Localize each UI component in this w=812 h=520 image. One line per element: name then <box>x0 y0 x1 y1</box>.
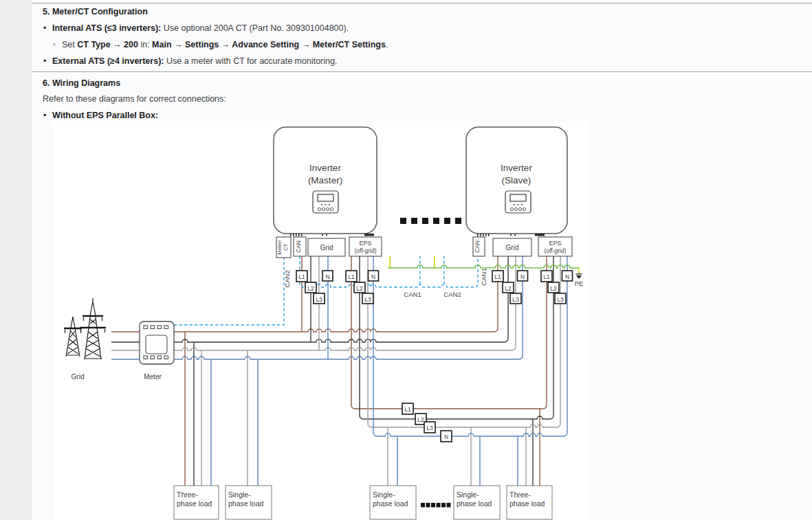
port-meter-ct-label2: CT <box>283 244 289 251</box>
wiring-diagram: PE CAN1 CAN2 CAN2 CAN1 Inverter (Master)… <box>54 122 589 520</box>
inverter-master-label-1: Inverter <box>309 163 341 173</box>
tag-l3: L3 <box>557 296 564 303</box>
tag-l2: L2 <box>417 416 424 423</box>
load-label: Single- <box>373 490 395 499</box>
tag-l1: L1 <box>404 406 411 413</box>
tag-l2: L2 <box>307 285 314 292</box>
tag-l3: L3 <box>364 296 371 303</box>
wiring-diagram-canvas: PE CAN1 CAN2 CAN2 CAN1 Inverter (Master)… <box>54 122 589 520</box>
section6-bullet-without-eps: Without EPS Parallel Box: <box>52 111 158 120</box>
load-boxes: Three- phase load Single- phase load Sin… <box>174 486 552 519</box>
load-label: Single- <box>457 490 479 499</box>
tag-l3: L3 <box>316 296 322 303</box>
tag-n: N <box>444 433 448 440</box>
tag-l1: L1 <box>348 273 355 280</box>
tag-l3: L3 <box>426 425 433 431</box>
load-label2: phase load <box>457 499 492 508</box>
can1-bus-label: CAN1 <box>404 291 421 298</box>
tag-n: N <box>565 273 569 280</box>
inverter-slave-label-1: Inverter <box>501 163 532 173</box>
port-can-label: CAN <box>295 240 302 253</box>
ports-slave: CAN Grid EPS (off-grid) <box>473 237 572 256</box>
load-label: Single- <box>228 490 251 499</box>
bullet-icon: • <box>43 23 46 33</box>
load-label2: phase load <box>228 499 264 508</box>
port-meter-ct-label: Meter/ <box>276 239 283 254</box>
meter-caption: Meter <box>144 373 162 381</box>
ground-symbol-icon <box>576 274 582 279</box>
tag-n: N <box>371 273 375 280</box>
wires-l3-gray <box>111 256 560 486</box>
port-can-label: CAN <box>474 240 481 253</box>
tag-l1: L1 <box>543 273 550 280</box>
tag-l2: L2 <box>356 285 363 292</box>
port-eps-label: EPS <box>359 240 371 247</box>
wires-l1-brown <box>111 256 547 486</box>
sub-bullet-icon: ◦ <box>53 40 56 48</box>
page-left-margin <box>0 0 32 520</box>
tag-l3: L3 <box>512 296 519 303</box>
wires-pe-green <box>388 265 579 268</box>
grid-tower-icon <box>64 298 106 359</box>
load-label2: phase load <box>509 499 545 508</box>
meter: Meter <box>140 321 174 381</box>
tag-l1: L1 <box>298 273 305 280</box>
section-divider <box>32 71 812 72</box>
section6-heading: 6. Wiring Diagrams <box>43 78 120 88</box>
tag-l2: L2 <box>505 285 512 292</box>
port-eps-label2: (off-grid) <box>545 247 567 254</box>
tag-l1: L1 <box>494 273 501 280</box>
inverter-slave: Inverter (Slave) <box>466 127 567 236</box>
phase-tags: L1 N L2 L3 L1 N L2 L3 L1 N L2 L3 L1 N L2… <box>296 271 573 442</box>
grid-caption: Grid <box>72 373 85 381</box>
section5-sub-bullet-ct-type: Set CT Type → 200 in: Main → Settings → … <box>62 40 388 49</box>
more-inverters-ellipsis <box>400 218 461 224</box>
tag-l2: L2 <box>550 285 557 292</box>
inverter-slave-label-2: (Slave) <box>502 175 531 185</box>
can2-rotated-label: CAN2 <box>283 270 291 287</box>
section6-intro: Refer to these diagrams for correct conn… <box>43 94 226 104</box>
section5-heading: 5. Meter/CT Configuration <box>43 7 148 16</box>
tag-n: N <box>520 273 525 280</box>
bullet-icon: • <box>43 111 46 120</box>
port-eps-label2: (off-grid) <box>355 247 377 254</box>
inverter-master-label-2: (Master) <box>308 175 342 185</box>
wires-n-blue <box>111 256 567 486</box>
wires-l2-black <box>111 256 553 486</box>
port-eps-label: EPS <box>549 240 561 247</box>
load-label: Three- <box>509 490 531 499</box>
port-grid-label: Grid <box>320 244 333 251</box>
can1-rotated-label: CAN1 <box>480 268 487 285</box>
wires-comm-can <box>174 256 478 325</box>
section5-bullet-external-ats: External ATS (≥4 inverters): Use a meter… <box>52 56 337 66</box>
pe-label: PE <box>575 280 584 287</box>
inverter-master: Inverter (Master) <box>274 127 377 236</box>
bullet-icon: • <box>43 56 46 66</box>
section5-bullet-internal-ats: Internal ATS (≤3 inverters): Use optiona… <box>52 23 349 33</box>
tag-n: N <box>325 273 329 280</box>
load-label: Three- <box>177 490 198 499</box>
load-label2: phase load <box>177 499 212 508</box>
can2-bus-label: CAN2 <box>443 291 461 298</box>
load-label2: phase load <box>373 499 408 508</box>
ports-master: Meter/ CT CAN Grid EPS (off-grid) <box>276 237 382 258</box>
top-divider <box>32 3 812 3</box>
more-loads-ellipsis <box>421 503 451 508</box>
port-grid-label: Grid <box>506 244 519 251</box>
